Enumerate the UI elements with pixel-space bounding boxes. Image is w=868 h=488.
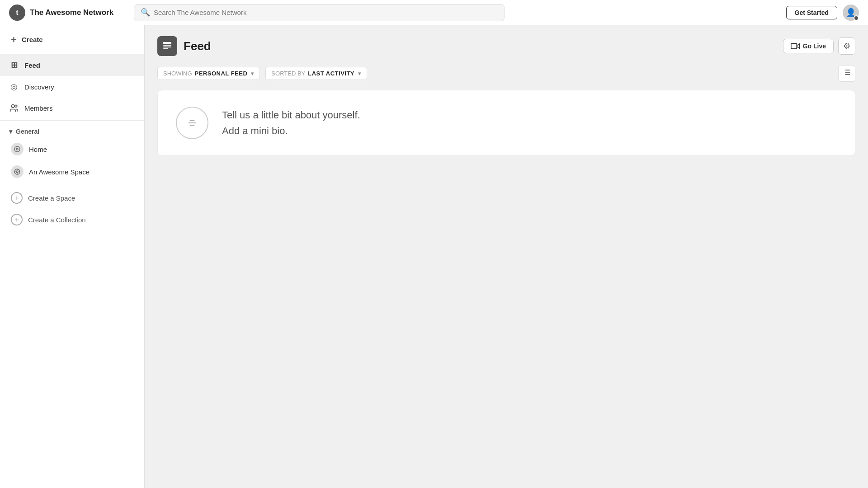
empty-state-text: Tell us a little bit about yourself. Add… <box>222 107 360 139</box>
feed-page-icon <box>157 36 177 56</box>
search-bar[interactable]: 🔍 <box>134 4 505 21</box>
settings-button[interactable]: ⚙ <box>838 38 855 55</box>
main-layout: ＋ Create ⊞ Feed ◎ Discovery Members ▾ Ge… <box>0 25 868 488</box>
feed-filters: SHOWING PERSONAL FEED ▾ SORTED BY LAST A… <box>157 65 855 82</box>
sidebar: ＋ Create ⊞ Feed ◎ Discovery Members ▾ Ge… <box>0 25 145 488</box>
svg-rect-13 <box>163 48 168 49</box>
sidebar-item-members-label: Members <box>24 104 53 112</box>
showing-prefix: SHOWING <box>163 70 192 77</box>
sidebar-divider-2 <box>0 185 144 185</box>
plus-icon: ＋ <box>9 33 18 46</box>
get-started-button[interactable]: Get Started <box>786 6 837 19</box>
sidebar-divider-1 <box>0 120 144 121</box>
discovery-icon: ◎ <box>9 82 19 92</box>
create-button[interactable]: ＋ Create <box>0 25 144 54</box>
feed-empty-card: Tell us a little bit about yourself. Add… <box>157 90 855 156</box>
top-nav: t The Awesome Network 🔍 Get Started 👤 <box>0 0 868 25</box>
sidebar-item-home[interactable]: Home <box>0 138 144 160</box>
page-title: Feed <box>184 39 211 53</box>
empty-state-line1: Tell us a little bit about yourself. <box>222 107 360 123</box>
home-space-icon <box>11 143 24 155</box>
sorted-value: LAST ACTIVITY <box>308 70 354 77</box>
sidebar-item-discovery-label: Discovery <box>24 83 54 91</box>
sorted-chevron-icon: ▾ <box>358 70 361 77</box>
showing-value: PERSONAL FEED <box>195 70 248 77</box>
sidebar-item-awesome-space[interactable]: An Awesome Space <box>0 160 144 183</box>
showing-chevron-icon: ▾ <box>251 70 254 77</box>
feed-icon: ⊞ <box>9 60 19 70</box>
create-label: Create <box>22 36 43 43</box>
svg-rect-12 <box>163 47 171 47</box>
sidebar-item-awesome-space-label: An Awesome Space <box>29 168 90 176</box>
svg-point-0 <box>11 105 14 108</box>
content-title-wrap: Feed <box>157 36 211 56</box>
section-general-label: General <box>16 128 39 135</box>
create-collection-label: Create a Collection <box>28 216 86 224</box>
sidebar-item-members[interactable]: Members <box>0 98 144 118</box>
create-collection-plus-icon: ＋ <box>11 214 23 225</box>
sidebar-item-discovery[interactable]: ◎ Discovery <box>0 76 144 98</box>
svg-point-3 <box>16 148 18 150</box>
svg-point-2 <box>14 146 20 152</box>
brand-logo: t <box>9 5 25 21</box>
svg-rect-14 <box>791 43 797 49</box>
svg-point-5 <box>16 171 18 173</box>
bio-icon <box>176 107 208 139</box>
video-icon <box>791 42 800 50</box>
list-view-icon <box>842 68 851 79</box>
chevron-down-icon: ▾ <box>9 128 12 135</box>
search-icon: 🔍 <box>141 8 150 17</box>
sorted-prefix: SORTED BY <box>271 70 305 77</box>
gear-icon: ⚙ <box>843 41 850 51</box>
svg-rect-11 <box>163 45 171 46</box>
brand-name: The Awesome Network <box>30 8 113 17</box>
view-toggle-button[interactable] <box>838 65 855 82</box>
content-header-actions: Go Live ⚙ <box>783 38 855 55</box>
content-area: Feed Go Live ⚙ SHOWING PERSONAL FEED <box>145 25 868 488</box>
create-space-plus-icon: ＋ <box>11 192 23 204</box>
create-collection-item[interactable]: ＋ Create a Collection <box>0 209 144 230</box>
create-space-label: Create a Space <box>28 194 75 202</box>
sidebar-item-home-label: Home <box>29 145 47 153</box>
sorted-filter[interactable]: SORTED BY LAST ACTIVITY ▾ <box>265 67 367 80</box>
awesome-space-icon <box>11 165 24 178</box>
sidebar-section-general[interactable]: ▾ General <box>0 122 144 138</box>
empty-state-line2: Add a mini bio. <box>222 123 360 139</box>
user-avatar-button[interactable]: 👤 <box>843 5 859 21</box>
sidebar-item-feed[interactable]: ⊞ Feed <box>0 54 144 76</box>
brand[interactable]: t The Awesome Network <box>9 5 127 21</box>
sidebar-item-feed-label: Feed <box>24 61 40 69</box>
showing-filter[interactable]: SHOWING PERSONAL FEED ▾ <box>157 67 260 80</box>
create-space-item[interactable]: ＋ Create a Space <box>0 187 144 209</box>
content-header: Feed Go Live ⚙ <box>157 36 855 56</box>
svg-rect-10 <box>163 42 171 44</box>
search-input[interactable] <box>154 9 498 16</box>
members-icon <box>9 103 19 113</box>
avatar-badge <box>854 15 859 21</box>
svg-point-1 <box>15 105 17 107</box>
nav-right: Get Started 👤 <box>786 5 859 21</box>
go-live-button[interactable]: Go Live <box>783 39 834 53</box>
